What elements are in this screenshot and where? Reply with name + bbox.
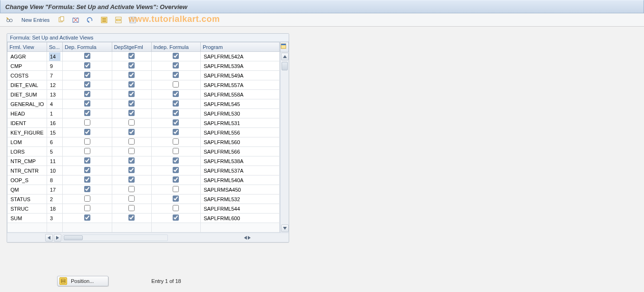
cell-sort[interactable] (47, 71, 62, 80)
cell-frml-view[interactable] (8, 90, 47, 99)
dep-stage-checkbox[interactable] (128, 62, 135, 68)
select-all-button[interactable] (98, 15, 110, 25)
frml-view-input[interactable] (10, 52, 45, 61)
col-frml-view[interactable]: Frml. View (8, 42, 47, 52)
cell-dep-stage[interactable] (112, 71, 151, 80)
indep-formula-checkbox[interactable] (173, 100, 179, 107)
cell-program[interactable] (201, 118, 280, 128)
table-row[interactable] (8, 118, 280, 128)
indep-formula-checkbox[interactable] (173, 81, 179, 88)
indep-formula-checkbox[interactable] (173, 62, 179, 68)
deselect-all-button[interactable] (127, 15, 138, 25)
indep-formula-checkbox[interactable] (173, 119, 179, 126)
cell-frml-view[interactable] (8, 195, 47, 204)
indep-formula-checkbox[interactable] (173, 148, 179, 154)
program-input[interactable] (203, 185, 277, 194)
cell-indep-formula[interactable] (151, 156, 201, 166)
indep-formula-checkbox[interactable] (173, 214, 179, 221)
dep-stage-checkbox[interactable] (128, 110, 135, 116)
cell-indep-formula[interactable] (151, 137, 201, 147)
cell-dep-formula[interactable] (63, 71, 112, 80)
program-input[interactable] (203, 214, 277, 223)
sort-input[interactable] (49, 52, 60, 61)
position-button[interactable]: Position... (57, 276, 108, 286)
cell-program[interactable] (201, 61, 280, 71)
frml-view-input[interactable] (10, 195, 45, 204)
dep-stage-checkbox[interactable] (128, 81, 135, 88)
cell-frml-view[interactable] (8, 109, 47, 118)
cell-frml-view[interactable] (8, 80, 47, 90)
vscroll-track[interactable] (281, 61, 289, 224)
dep-formula-checkbox[interactable] (84, 100, 90, 107)
table-row[interactable] (8, 128, 280, 137)
cell-dep-stage[interactable] (112, 195, 151, 204)
indep-formula-checkbox[interactable] (173, 53, 179, 59)
cell-indep-formula[interactable] (151, 147, 201, 156)
hscroll-right-button-2[interactable] (248, 235, 251, 241)
frml-view-input[interactable] (10, 128, 45, 137)
cell-dep-formula[interactable] (63, 185, 112, 195)
cell-sort[interactable] (47, 99, 62, 109)
table-row[interactable] (8, 109, 280, 118)
cell-sort[interactable] (47, 52, 62, 61)
cell-dep-stage[interactable] (112, 61, 151, 71)
cell-program[interactable] (201, 128, 280, 137)
dep-stage-checkbox[interactable] (128, 167, 135, 173)
sort-input[interactable] (49, 62, 60, 70)
sort-input[interactable] (49, 166, 60, 175)
horizontal-scrollbar-left[interactable] (45, 234, 168, 242)
frml-view-input[interactable] (10, 100, 45, 108)
toggle-display-change-button[interactable] (4, 15, 15, 25)
indep-formula-checkbox[interactable] (173, 205, 179, 211)
cell-indep-formula[interactable] (151, 185, 201, 195)
program-input[interactable] (203, 204, 277, 213)
table-row[interactable] (8, 61, 280, 71)
col-dep-stage[interactable]: DepStgeFml (112, 42, 151, 52)
program-input[interactable] (203, 195, 277, 204)
cell-program[interactable] (201, 137, 280, 147)
col-program[interactable]: Program (201, 42, 280, 52)
table-row[interactable] (8, 214, 280, 223)
indep-formula-checkbox[interactable] (173, 138, 179, 145)
frml-view-input[interactable] (10, 90, 45, 99)
cell-sort[interactable] (47, 137, 62, 147)
cell-sort[interactable] (47, 61, 62, 71)
sort-input[interactable] (49, 109, 60, 118)
cell-dep-formula[interactable] (63, 175, 112, 185)
cell-dep-formula[interactable] (63, 204, 112, 214)
cell-dep-formula[interactable] (63, 195, 112, 204)
cell-sort[interactable] (47, 118, 62, 128)
table-row[interactable] (8, 147, 280, 156)
program-input[interactable] (203, 81, 277, 89)
frml-view-input[interactable] (10, 71, 45, 80)
table-row[interactable] (8, 137, 280, 147)
cell-sort[interactable] (47, 80, 62, 90)
copy-as-button[interactable] (56, 15, 67, 25)
cell-program[interactable] (201, 214, 280, 223)
table-row[interactable] (8, 195, 280, 204)
sort-input[interactable] (49, 195, 60, 204)
frml-view-input[interactable] (10, 204, 45, 213)
dep-stage-checkbox[interactable] (128, 195, 135, 202)
cell-indep-formula[interactable] (151, 195, 201, 204)
sort-input[interactable] (49, 138, 60, 146)
col-sort[interactable]: So... (47, 42, 62, 52)
cell-frml-view[interactable] (8, 214, 47, 223)
cell-dep-stage[interactable] (112, 52, 151, 61)
cell-sort[interactable] (47, 147, 62, 156)
table-row[interactable] (8, 99, 280, 109)
frml-view-input[interactable] (10, 81, 45, 89)
sort-input[interactable] (49, 100, 60, 108)
empty-cell[interactable] (47, 223, 62, 233)
delete-button[interactable] (70, 15, 81, 25)
dep-formula-checkbox[interactable] (84, 72, 90, 78)
dep-formula-checkbox[interactable] (84, 129, 90, 135)
sort-input[interactable] (49, 214, 60, 223)
table-row[interactable] (8, 52, 280, 61)
frml-view-input[interactable] (10, 176, 45, 185)
dep-stage-checkbox[interactable] (128, 129, 135, 135)
program-input[interactable] (203, 128, 277, 137)
program-input[interactable] (203, 147, 277, 156)
indep-formula-checkbox[interactable] (173, 129, 179, 135)
frml-view-input[interactable] (10, 109, 45, 118)
